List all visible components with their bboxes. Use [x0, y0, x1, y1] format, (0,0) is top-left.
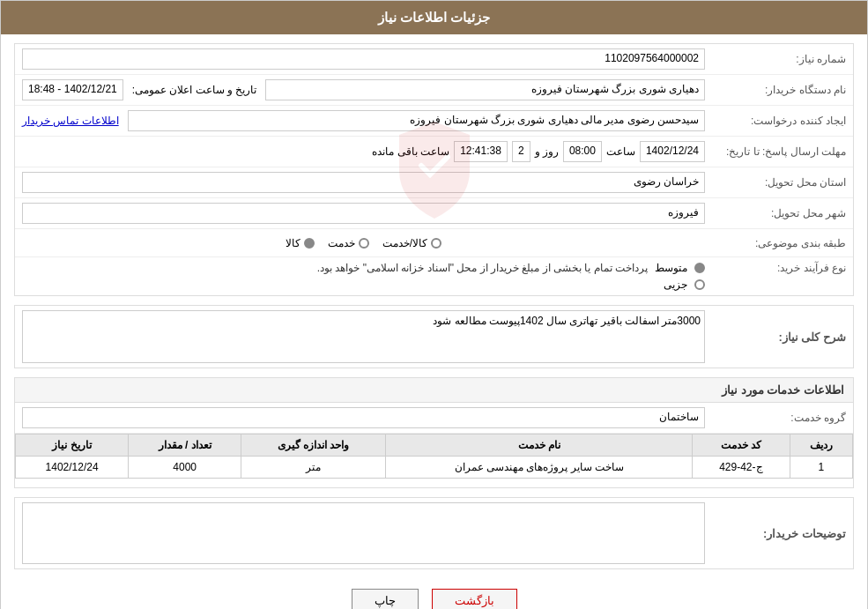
remaining-label: ساعت باقی مانده: [372, 145, 449, 158]
category-khedmat[interactable]: خدمت: [328, 237, 369, 249]
delivery-province-row: استان محل تحویل: خراسان رضوی: [15, 167, 853, 198]
col-unit: واحد اندازه گیری: [241, 434, 386, 457]
table-cell-date: 1402/12/24: [16, 457, 129, 479]
time-label: ساعت: [606, 145, 635, 158]
delivery-city-label: شهر محل تحویل:: [705, 207, 846, 219]
process-motavaset-label: متوسط: [655, 262, 687, 274]
contact-info-link[interactable]: اطلاعات تماس خریدار: [22, 115, 119, 127]
deadline-row: مهلت ارسال پاسخ: تا تاریخ: 1402/12/24 سا…: [15, 137, 853, 167]
days-label: روز و: [535, 145, 559, 158]
deadline-label: مهلت ارسال پاسخ: تا تاریخ:: [705, 145, 846, 158]
announce-row: نام دستگاه خریدار: دهیاری شوری بزرگ شهرس…: [15, 75, 853, 106]
process-radios: متوسط پرداخت تمام یا بخشی از مبلغ خریدار…: [22, 262, 705, 291]
buyer-agency-value: دهیاری شوری بزرگ شهرستان فیروزه: [265, 79, 705, 100]
category-radio-group: کالا/خدمت خدمت کالا: [22, 237, 705, 249]
buyer-agency-label: نام دستگاه خریدار:: [705, 84, 846, 96]
deadline-date-value: 1402/12/24: [640, 141, 705, 162]
process-motavaset-radio[interactable]: [694, 263, 705, 273]
purchase-type-label: نوع فرآیند خرید:: [705, 262, 846, 274]
buyer-notes-value: [22, 502, 705, 564]
table-cell-service_code: ج-42-429: [693, 457, 790, 479]
services-table-section: ردیف کد خدمت نام خدمت واحد اندازه گیری ت…: [15, 434, 853, 479]
request-number-value: 1102097564000002: [22, 48, 705, 70]
category-kala-label: کالا: [286, 237, 300, 249]
requester-value: سیدحسن رضوی مدیر مالی دهیاری شوری بزرگ ش…: [128, 110, 705, 131]
process-jozei-label: جزیی: [664, 279, 687, 291]
deadline-remaining-value: 12:41:38: [454, 141, 508, 162]
category-khedmat-radio[interactable]: [359, 238, 369, 249]
request-number-row: شماره نیاز: 1102097564000002: [15, 44, 853, 75]
main-content: شماره نیاز: 1102097564000002 نام دستگاه …: [1, 34, 867, 609]
col-date: تاریخ نیاز: [16, 434, 129, 457]
announce-datetime-value: 1402/12/21 - 18:48: [22, 79, 123, 100]
category-khedmat-label: خدمت: [328, 237, 355, 249]
button-row: بازگشت چاپ: [14, 578, 854, 609]
delivery-province-value: خراسان رضوی: [22, 172, 705, 193]
table-cell-row: 1: [790, 457, 852, 479]
process-jozei-radio[interactable]: [694, 279, 705, 290]
category-kala-khedmat[interactable]: کالا/خدمت: [382, 237, 441, 249]
service-group-value: ساختمان: [22, 407, 705, 428]
category-kala-radio[interactable]: [304, 238, 315, 249]
table-header-row: ردیف کد خدمت نام خدمت واحد اندازه گیری ت…: [16, 434, 853, 457]
col-row-num: ردیف: [790, 434, 852, 457]
delivery-city-row: شهر محل تحویل: فیروزه: [15, 198, 853, 229]
table-cell-quantity: 4000: [129, 457, 241, 479]
services-section: اطلاعات خدمات مورد نیاز گروه خدمت: ساختم…: [14, 377, 854, 488]
category-kala[interactable]: کالا: [286, 237, 315, 249]
back-button[interactable]: بازگشت: [432, 589, 517, 609]
main-form-section: شماره نیاز: 1102097564000002 نام دستگاه …: [14, 43, 854, 296]
header-title-text: جزئیات اطلاعات نیاز: [378, 10, 490, 25]
process-note: پرداخت تمام یا بخشی از مبلغ خریدار از مح…: [317, 262, 648, 274]
buyer-notes-row: توضیحات خریدار:: [15, 498, 853, 568]
deadline-time-value: 08:00: [563, 141, 602, 162]
col-service-code: کد خدمت: [693, 434, 790, 457]
category-row: طبقه بندی موضوعی: کالا/خدمت خدمت کالا: [15, 229, 853, 257]
requester-label: ایجاد کننده درخواست:: [705, 115, 846, 127]
description-value: 3000متر اسفالت باقیر تهاتری سال 1402پیوس…: [22, 310, 705, 363]
deadline-days-value: 2: [512, 141, 530, 162]
page-title: جزئیات اطلاعات نیاز: [1, 1, 867, 34]
service-group-label: گروه خدمت:: [705, 412, 846, 424]
col-quantity: تعداد / مقدار: [129, 434, 241, 457]
delivery-city-value: فیروزه: [22, 203, 705, 224]
buyer-notes-section: توضیحات خریدار:: [14, 497, 854, 569]
request-number-label: شماره نیاز:: [705, 53, 846, 65]
announce-datetime-label: تاریخ و ساعت اعلان عمومی:: [132, 84, 257, 96]
process-jozei-line: جزیی: [22, 279, 705, 291]
description-label: شرح کلی نیاز:: [705, 330, 846, 344]
description-row: شرح کلی نیاز: 3000متر اسفالت باقیر تهاتر…: [15, 306, 853, 368]
print-button[interactable]: چاپ: [352, 589, 419, 609]
process-type-row: نوع فرآیند خرید: متوسط پرداخت تمام یا بخ…: [15, 257, 853, 295]
services-section-title: اطلاعات خدمات مورد نیاز: [15, 378, 853, 403]
process-motavaset-line: متوسط پرداخت تمام یا بخشی از مبلغ خریدار…: [22, 262, 705, 274]
buyer-notes-label: توضیحات خریدار:: [705, 527, 846, 540]
category-label: طبقه بندی موضوعی:: [705, 237, 846, 249]
description-section: شرح کلی نیاز: 3000متر اسفالت باقیر تهاتر…: [14, 305, 854, 368]
table-cell-service_name: ساخت سایر پروژه‌های مهندسی عمران: [386, 457, 693, 479]
table-cell-unit: متر: [241, 457, 386, 479]
category-kala-khedmat-label: کالا/خدمت: [382, 237, 427, 249]
service-group-row: گروه خدمت: ساختمان: [15, 403, 853, 434]
table-row: 1ج-42-429ساخت سایر پروژه‌های مهندسی عمرا…: [16, 457, 853, 479]
page-wrapper: جزئیات اطلاعات نیاز شماره نیاز: 11020975…: [0, 0, 868, 609]
category-kala-khedmat-radio[interactable]: [431, 238, 441, 249]
col-service-name: نام خدمت: [386, 434, 693, 457]
requester-row: ایجاد کننده درخواست: سیدحسن رضوی مدیر ما…: [15, 106, 853, 137]
delivery-province-label: استان محل تحویل:: [705, 176, 846, 189]
services-table: ردیف کد خدمت نام خدمت واحد اندازه گیری ت…: [15, 434, 853, 479]
